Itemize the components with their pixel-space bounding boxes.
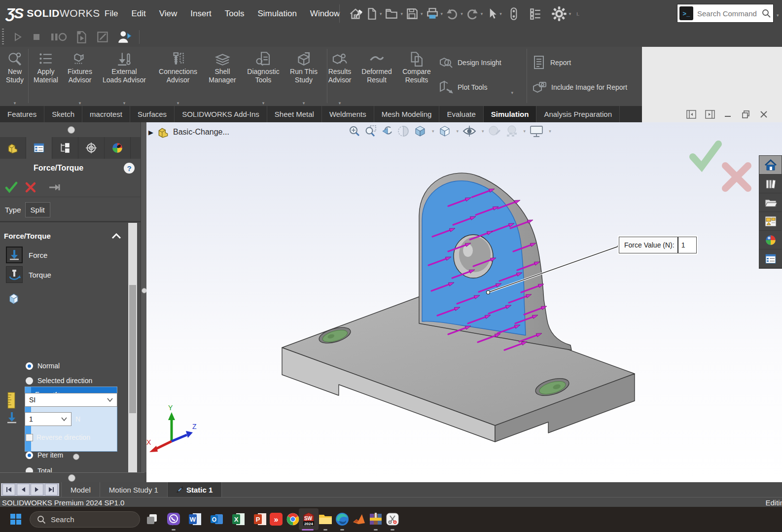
menu-simulation[interactable]: Simulation <box>257 9 296 19</box>
fixtures-advisor-button[interactable]: FixturesAdvisor ▾ <box>68 47 92 109</box>
tab-configuration-manager[interactable] <box>52 137 78 159</box>
dropdown-caret[interactable]: ▾ <box>441 11 443 16</box>
tab-features[interactable]: Features <box>0 106 44 122</box>
file-explorer-button[interactable] <box>759 193 782 212</box>
menu-window[interactable]: Window <box>310 9 340 19</box>
close-icon[interactable] <box>759 110 768 119</box>
breadcrumb-part-name[interactable]: Basic-Change... <box>173 128 229 137</box>
search-icon[interactable] <box>761 8 771 18</box>
run-this-study-button[interactable]: Run ThisStudy ▾ <box>290 47 318 109</box>
dropdown-caret[interactable]: ▾ <box>499 11 502 16</box>
search-commands-box[interactable]: >_ <box>677 4 774 23</box>
stop-icon[interactable] <box>31 31 42 43</box>
section-view-icon[interactable] <box>397 125 410 138</box>
print-button[interactable]: ▾ <box>426 7 443 21</box>
custom-properties-button[interactable] <box>759 249 782 268</box>
view-settings-icon[interactable] <box>529 124 544 138</box>
settings-gear-button[interactable]: ▾ <box>551 5 571 22</box>
collapse-chevron-icon[interactable] <box>111 233 121 239</box>
panel-scrollbar[interactable] <box>128 223 137 472</box>
snipping-tool-icon[interactable] <box>383 508 402 530</box>
tab-property-manager[interactable] <box>26 137 52 159</box>
dropdown-caret[interactable]: ▾ <box>380 11 382 16</box>
toolbar-drag-handle[interactable] <box>2 29 4 45</box>
tab-analysis-preparation[interactable]: Analysis Preparation <box>536 106 620 122</box>
tab-feature-manager[interactable] <box>0 137 26 159</box>
dropdown-caret[interactable]: ▾ <box>524 129 526 134</box>
dock-pane-left-icon[interactable] <box>686 110 696 119</box>
tab-model[interactable]: Model <box>61 482 100 497</box>
dropdown-caret[interactable]: ▾ <box>457 129 459 134</box>
report-button[interactable]: Report <box>532 55 571 71</box>
include-image-for-report-button[interactable]: Include Image for Report <box>532 79 627 95</box>
search-commands-input[interactable] <box>696 9 761 18</box>
menu-insert[interactable]: Insert <box>190 9 212 19</box>
listbox-resize-knob[interactable] <box>73 454 79 460</box>
apply-material-button[interactable]: ApplyMaterial <box>34 47 58 109</box>
edit-appearance-icon[interactable] <box>488 124 501 138</box>
deformed-result-button[interactable]: DeformedResult <box>361 47 391 109</box>
dropdown-caret[interactable]: ▾ <box>432 129 434 134</box>
panel-splitter-top[interactable] <box>0 122 141 138</box>
external-loads-advisor-button[interactable]: ExternalLoads Advisor ▾ <box>103 47 146 109</box>
menu-tools[interactable]: Tools <box>225 9 245 19</box>
zoom-to-fit-icon[interactable] <box>348 125 361 138</box>
last-tab-button[interactable] <box>45 484 58 496</box>
next-tab-button[interactable] <box>31 484 43 496</box>
view-orientation-icon[interactable] <box>413 124 427 138</box>
tab-sheet-metal[interactable]: Sheet Metal <box>267 106 322 122</box>
tab-static-1[interactable]: Static 1 <box>168 482 222 497</box>
tab-solidworks-add-ins[interactable]: SOLIDWORKS Add-Ins <box>175 106 267 122</box>
cancel-button[interactable] <box>25 181 36 193</box>
open-button[interactable]: ▾ <box>385 7 403 21</box>
menu-view[interactable]: View <box>159 9 178 19</box>
menu-file[interactable]: File <box>105 9 118 19</box>
ok-button[interactable] <box>5 181 18 193</box>
tab-dimxpert-manager[interactable] <box>78 137 105 159</box>
redo-button[interactable]: ▾ <box>465 7 483 21</box>
torque-button[interactable] <box>6 266 23 283</box>
tab-simulation[interactable]: Simulation <box>484 106 537 122</box>
design-insight-button[interactable]: Design Insight <box>438 55 501 71</box>
view-palette-button[interactable] <box>759 212 782 231</box>
shell-manager-button[interactable]: ShellManager <box>209 47 236 109</box>
tab-type[interactable]: Type <box>5 206 21 214</box>
display-options-button[interactable] <box>529 7 542 21</box>
splitter-knob[interactable] <box>68 126 75 134</box>
dropdown-caret[interactable]: ▾ <box>481 11 483 16</box>
apply-scene-icon[interactable] <box>505 124 519 138</box>
menu-edit[interactable]: Edit <box>131 9 145 19</box>
previous-view-icon[interactable] <box>381 125 393 138</box>
force-button[interactable] <box>6 247 23 263</box>
dropdown-caret[interactable]: ▾ <box>482 129 484 134</box>
tab-mesh-modeling[interactable]: Mesh Modeling <box>374 106 440 122</box>
select-cursor-button[interactable]: ▾ <box>485 7 502 21</box>
dropdown-caret[interactable]: ▾ <box>569 11 571 16</box>
radio-selected-direction[interactable] <box>26 377 33 385</box>
previous-tab-button[interactable] <box>17 484 30 496</box>
confirm-ok-icon[interactable] <box>693 144 718 167</box>
new-document-button[interactable]: ▾ <box>365 7 382 21</box>
model-viewport[interactable]: Y X Z <box>146 122 782 482</box>
tab-macrotest[interactable]: macrotest <box>82 106 130 122</box>
search-dropdown-caret[interactable]: ▾ <box>775 10 779 19</box>
undo-button[interactable]: ▾ <box>445 7 463 21</box>
dock-pane-right-icon[interactable] <box>705 110 715 119</box>
dropdown-caret[interactable]: ▾ <box>511 90 513 95</box>
radio-normal[interactable] <box>26 362 33 370</box>
splitter-knob[interactable] <box>68 474 75 482</box>
radio-total[interactable] <box>26 467 33 472</box>
tab-appearances-manager[interactable] <box>105 137 131 159</box>
graphics-area[interactable]: Y X Z ▶ Basic-Change... ▾ ▾ ▾ ▾ <box>146 122 782 482</box>
edit-macro-icon[interactable] <box>96 30 109 44</box>
tab-evaluate[interactable]: Evaluate <box>439 106 483 122</box>
pause-record-icon[interactable] <box>49 31 68 43</box>
dropdown-caret[interactable]: ▾ <box>549 129 551 134</box>
tab-weldments[interactable]: Weldments <box>322 106 374 122</box>
design-library-button[interactable] <box>759 175 782 193</box>
compare-results-button[interactable]: CompareResults <box>402 47 431 109</box>
unit-system-select[interactable]: SI <box>25 393 117 407</box>
user-connect-icon[interactable] <box>116 29 132 45</box>
minimize-icon[interactable] <box>724 110 733 119</box>
appearances-scenes-button[interactable] <box>759 231 782 249</box>
